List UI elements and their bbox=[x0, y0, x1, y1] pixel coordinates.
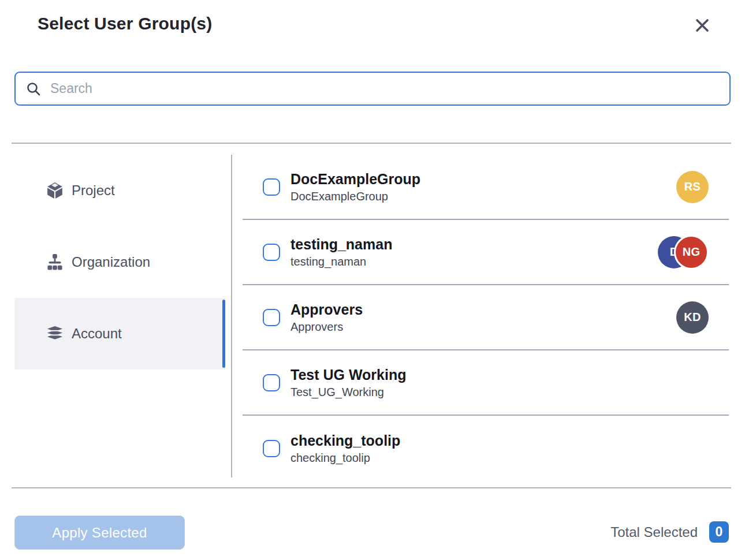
header-divider bbox=[12, 143, 731, 144]
avatar: KD bbox=[676, 301, 709, 334]
group-name: Test UG Working bbox=[290, 366, 406, 383]
select-user-groups-modal: Select User Group(s) bbox=[0, 0, 745, 560]
tab-project[interactable]: Project bbox=[14, 155, 225, 226]
avatar: NG bbox=[674, 235, 709, 270]
cube-icon bbox=[46, 182, 64, 199]
search-box bbox=[14, 72, 731, 106]
checkbox-approvers[interactable] bbox=[263, 309, 280, 326]
total-selected: Total Selected 0 bbox=[610, 521, 729, 543]
group-name: testing_naman bbox=[290, 236, 392, 253]
list-item[interactable]: testing_naman testing_naman D NG bbox=[243, 220, 729, 285]
group-subtitle: checking_toolip bbox=[290, 450, 400, 465]
checkbox-testing-naman[interactable] bbox=[263, 244, 280, 261]
group-name: Approvers bbox=[290, 301, 363, 318]
avatar-group: D NG bbox=[658, 235, 709, 270]
modal-title: Select User Group(s) bbox=[38, 14, 212, 33]
list-item[interactable]: Approvers Approvers KD bbox=[243, 285, 729, 350]
tab-project-label: Project bbox=[72, 182, 115, 199]
avatar-group: KD bbox=[676, 301, 709, 334]
avatar-group: RS bbox=[676, 171, 709, 203]
tab-account[interactable]: Account bbox=[14, 298, 225, 369]
search-input[interactable] bbox=[50, 81, 719, 96]
apply-selected-button[interactable]: Apply Selected bbox=[14, 516, 185, 550]
total-selected-label: Total Selected bbox=[610, 524, 698, 540]
close-icon[interactable] bbox=[692, 15, 713, 36]
layers-icon bbox=[46, 325, 64, 342]
sidebar-list-divider bbox=[231, 155, 232, 477]
group-name: DocExampleGroup bbox=[290, 170, 420, 188]
scope-sidebar: Project Organization bbox=[14, 155, 225, 369]
checkbox-docexamplegroup[interactable] bbox=[263, 178, 280, 196]
checkbox-checking-toolip[interactable] bbox=[263, 440, 280, 457]
avatar: RS bbox=[676, 171, 709, 203]
checkbox-test-ug-working[interactable] bbox=[263, 374, 280, 391]
search-icon bbox=[26, 81, 41, 96]
total-selected-count-badge: 0 bbox=[709, 521, 729, 543]
user-group-list: DocExampleGroup DocExampleGroup RS testi… bbox=[243, 155, 729, 481]
group-subtitle: testing_naman bbox=[290, 254, 392, 269]
list-item[interactable]: checking_toolip checking_toolip bbox=[243, 416, 729, 481]
group-subtitle: Test_UG_Working bbox=[290, 384, 406, 400]
list-item[interactable]: DocExampleGroup DocExampleGroup RS bbox=[243, 155, 729, 220]
org-chart-icon bbox=[46, 253, 64, 271]
group-subtitle: DocExampleGroup bbox=[290, 189, 420, 204]
list-item[interactable]: Test UG Working Test_UG_Working bbox=[243, 350, 729, 416]
tab-organization[interactable]: Organization bbox=[14, 226, 225, 298]
footer-divider bbox=[12, 487, 731, 488]
group-subtitle: Approvers bbox=[290, 319, 363, 334]
tab-organization-label: Organization bbox=[72, 254, 150, 270]
tab-account-label: Account bbox=[72, 326, 122, 342]
group-name: checking_toolip bbox=[290, 432, 400, 449]
